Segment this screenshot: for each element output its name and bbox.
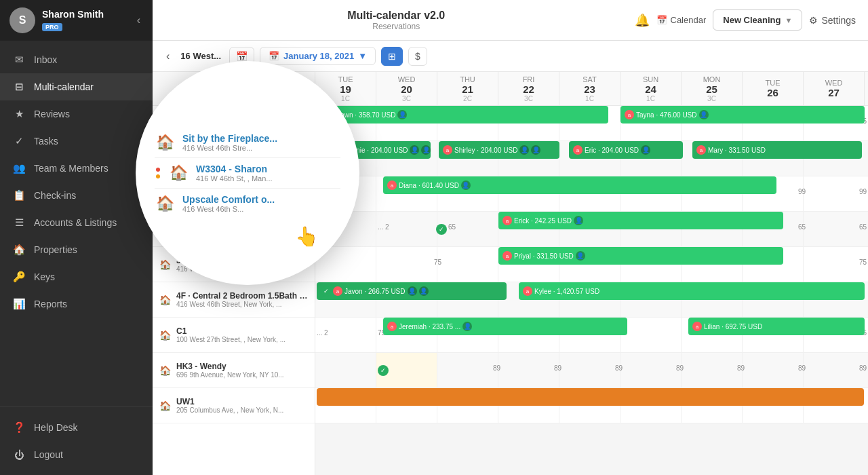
sidebar-item-keys[interactable]: 🔑 Keys	[0, 263, 153, 290]
row-count: 89	[493, 364, 500, 372]
day-of-week: FRI	[523, 75, 535, 83]
cal-header-cell-3: FRI 22 3C	[498, 72, 559, 105]
popup-dots	[156, 168, 160, 178]
sidebar-item-reviews[interactable]: ★ Reviews	[0, 100, 153, 128]
tasks-icon: ✓	[12, 134, 26, 148]
sidebar-item-multi-calendar[interactable]: ⊟ Multi-calendar	[0, 73, 153, 100]
sidebar-item-team[interactable]: 👥 Team & Members	[0, 155, 153, 182]
popup-property-item[interactable]: 🏠 W3304 - Sharon 416 W 46th St, , Man...	[155, 158, 340, 189]
reservation-bar[interactable]: a Shirley · 204.00 USD 👤👤	[439, 141, 559, 159]
sidebar-label-keys: Keys	[34, 271, 55, 282]
cal-cell	[376, 247, 437, 282]
cal-cell	[315, 353, 376, 387]
popup-property-item[interactable]: 🏠 Upscale Comfort o... 416 West 46th S..…	[155, 189, 340, 218]
notification-bell-icon[interactable]: 🔔	[635, 13, 650, 28]
guest-icon: 👤	[408, 286, 417, 296]
pro-badge: PRO	[42, 23, 62, 31]
day-number: 23	[584, 83, 595, 95]
reservation-bar[interactable]: a Priyal · 331.50 USD 👤	[498, 247, 783, 265]
calendar-link[interactable]: 📅 Calendar	[656, 15, 707, 25]
user-name: Sharon Smith	[42, 9, 134, 20]
collapse-button[interactable]: ‹	[134, 12, 143, 29]
popup-item-addr: 416 West 46th Stre...	[182, 144, 339, 152]
airbnb-icon: a	[333, 286, 342, 296]
reservation-bar[interactable]: a Lilian · 692.75 USD	[688, 318, 865, 335]
prop-addr: 696 9th Avenue, New York, NY 10...	[176, 371, 308, 379]
day-of-week: THU	[460, 75, 475, 83]
calendar-row: a Shawn · 358.70 USD 👤 a Tayna · 476.00 …	[315, 106, 868, 141]
sidebar-label-inbox: Inbox	[34, 54, 57, 65]
popup-item-name: Upscale Comfort o...	[182, 194, 339, 205]
sidebar-item-checkins[interactable]: 📋 Check-ins	[0, 182, 153, 209]
dollar-view-button[interactable]: $	[408, 47, 427, 66]
sidebar-label-helpdesk: Help Desk	[34, 422, 78, 433]
cal-header-cell-2: THU 21 2C	[437, 72, 498, 105]
row-count: 89	[798, 364, 806, 372]
check-icon: ✓	[378, 365, 389, 376]
reservation-bar[interactable]: a Eric · 204.00 USD 👤	[569, 141, 683, 159]
reservation-bar[interactable]: a Mary · 331.50 USD	[692, 141, 862, 159]
sidebar-item-accounts[interactable]: ☰ Accounts & Listings	[0, 209, 153, 236]
sidebar-label-checkins: Check-ins	[34, 190, 76, 201]
popup-container: 🏠 Sit by the Fireplace... 416 West 46th …	[136, 61, 359, 285]
airbnb-icon: a	[573, 145, 583, 155]
cal-header-cell-4: SAT 23 1C	[559, 72, 620, 105]
grid-view-button[interactable]: ⊞	[381, 47, 403, 66]
multi-calendar-icon: ⊟	[12, 80, 26, 94]
reservation-bar[interactable]: a Shawn · 358.70 USD 👤	[317, 106, 608, 124]
reservation-bar[interactable]: a Jeremiah · 233.75 ... 👤	[383, 318, 627, 335]
sidebar-item-properties[interactable]: 🏠 Properties	[0, 236, 153, 263]
reservation-bar[interactable]	[317, 388, 864, 406]
popup-item-addr: 416 West 46th S...	[182, 205, 339, 213]
list-item[interactable]: 🏠 HK3 - Wendy 696 9th Avenue, New York, …	[153, 353, 315, 388]
popup-property-item[interactable]: 🏠 Sit by the Fireplace... 416 West 46th …	[155, 128, 340, 158]
sidebar-nav: ✉ Inbox ⊟ Multi-calendar ★ Reviews ✓ Tas…	[0, 41, 153, 406]
airbnb-icon: a	[696, 145, 706, 155]
new-cleaning-label: New Cleaning	[723, 15, 781, 25]
reservation-bar[interactable]: a Erick · 242.25 USD 👤	[498, 212, 783, 229]
settings-button[interactable]: ⚙ Settings	[809, 15, 856, 26]
airbnb-icon: a	[692, 322, 702, 331]
guest-icon: 👤	[410, 145, 419, 155]
new-cleaning-button[interactable]: New Cleaning ▼	[713, 10, 802, 31]
inbox-icon: ✉	[12, 53, 26, 66]
popup-home-icon: 🏠	[156, 195, 174, 212]
prop-info: 4F · Central 2 Bedroom 1.5Bath w... 416 …	[176, 291, 308, 308]
sidebar-item-helpdesk[interactable]: ❓ Help Desk	[0, 414, 153, 441]
reservation-label: Lilian · 692.75 USD	[704, 323, 762, 330]
cal-cell	[804, 176, 865, 211]
reservation-bar[interactable]: a Tayna · 476.00 USD 👤	[620, 106, 865, 124]
date-label: January 18, 2021	[283, 51, 354, 61]
guest-icon: 👤	[641, 145, 650, 155]
day-count: 1C	[585, 95, 594, 102]
airbnb-icon: a	[502, 251, 512, 261]
calendar-row	[315, 388, 868, 423]
logout-icon: ⏻	[12, 448, 26, 461]
prop-name: 4F · Central 2 Bedroom 1.5Bath w...	[176, 291, 308, 301]
prop-addr: 205 Columbus Ave, , New York, N...	[176, 406, 308, 414]
row-count: 99	[798, 188, 806, 195]
sidebar-item-reports[interactable]: 📊 Reports	[0, 290, 153, 318]
sidebar-item-logout[interactable]: ⏻ Logout	[0, 441, 153, 468]
reservation-bar[interactable]: a Diana · 601.40 USD 👤	[383, 176, 776, 194]
reservation-label: Mary · 331.50 USD	[708, 147, 766, 154]
guest-icon: 👤	[462, 322, 472, 331]
popup-item-info: Sit by the Fireplace... 416 West 46th St…	[182, 133, 339, 152]
guest-icon: 👤	[421, 145, 431, 155]
row-count: 75	[859, 259, 867, 266]
list-item[interactable]: 🏠 UW1 205 Columbus Ave, , New York, N...	[153, 388, 315, 423]
topbar: Multi-calendar v2.0 Reservations 🔔 📅 Cal…	[153, 0, 868, 41]
reservation-bar[interactable]: a Kylee · 1,420.57 USD	[519, 282, 865, 300]
list-item[interactable]: 🏠 4F · Central 2 Bedroom 1.5Bath w... 41…	[153, 282, 315, 318]
sidebar-item-inbox[interactable]: ✉ Inbox	[0, 46, 153, 73]
day-of-week: TUE	[766, 79, 781, 87]
sidebar-item-tasks[interactable]: ✓ Tasks	[0, 128, 153, 155]
popup-home-icon: 🏠	[156, 134, 174, 151]
checkins-icon: 📋	[12, 189, 26, 202]
team-icon: 👥	[12, 162, 26, 175]
reservation-label: Shirley · 204.00 USD	[454, 147, 517, 154]
row-count: 75	[434, 259, 441, 266]
calendar-row: ✓ a Fannie · 204.00 USD 👤👤 a Shirley · 2…	[315, 141, 868, 176]
list-item[interactable]: 🏠 C1 100 West 27th Street, , New York, .…	[153, 318, 315, 353]
prop-info: C1 100 West 27th Street, , New York, ...	[176, 326, 308, 343]
